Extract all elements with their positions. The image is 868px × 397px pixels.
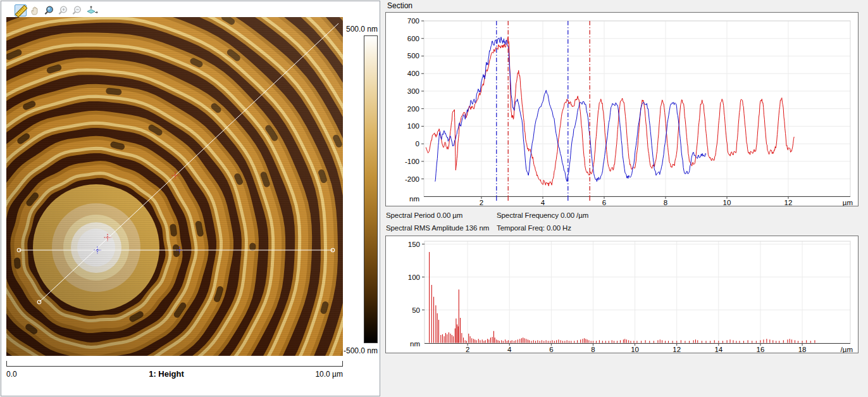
image-axis-right-label: 10.0 µm <box>254 370 343 379</box>
magnifier-minus-icon <box>71 5 83 17</box>
svg-text:700: 700 <box>407 17 419 25</box>
profile-x-unit: µm <box>843 199 853 206</box>
svg-text:18: 18 <box>798 346 807 353</box>
magnifier-icon <box>43 5 55 17</box>
svg-text:100: 100 <box>407 122 419 130</box>
profile-y-unit: nm <box>409 195 419 203</box>
section-lines-overlay <box>6 17 343 356</box>
svg-text:10: 10 <box>723 199 731 206</box>
diagonal-section-line-cursor-0[interactable] <box>104 234 111 241</box>
spectral-rms-stat: Spectral RMS Amplitude 136 nm <box>386 224 489 232</box>
svg-text:500: 500 <box>407 52 419 60</box>
svg-text:50: 50 <box>412 306 420 314</box>
spectral-frequency-stat: Spectral Frequency 0.00 /µm <box>497 211 588 219</box>
diagonal-section-line[interactable] <box>39 23 338 302</box>
zoom-in-tool-button[interactable] <box>56 4 68 16</box>
nanoscope-section-view: 500.0 nm -500.0 nm 0.0 1: Height 10.0 µm… <box>0 0 868 397</box>
ruler-icon <box>15 5 27 17</box>
colorbar-max-label: 500.0 nm <box>289 25 378 34</box>
spectrum-x-unit: /µm <box>841 346 853 353</box>
svg-text:100: 100 <box>408 274 420 281</box>
svg-text:0: 0 <box>416 140 419 148</box>
profile-chart-box: 7006005004003002001000-100-20024681012nm… <box>385 12 859 206</box>
zoom-out-tool-button[interactable] <box>70 4 82 16</box>
svg-text:4: 4 <box>507 346 512 353</box>
magnifier-plus-icon <box>57 5 69 17</box>
svg-text:8: 8 <box>664 199 667 206</box>
svg-text:600: 600 <box>407 35 419 42</box>
svg-text:14: 14 <box>714 346 722 353</box>
colorbar-min-label: -500.0 nm <box>289 346 378 355</box>
spectral-period-stat: Spectral Period 0.00 µm <box>386 211 462 219</box>
offset-icon <box>85 5 99 17</box>
spectrum-y-unit: nm <box>410 340 420 348</box>
profile-chart[interactable]: 7006005004003002001000-100-20024681012nm… <box>386 13 858 206</box>
offset-tool-button[interactable] <box>84 4 98 16</box>
svg-text:12: 12 <box>673 346 681 353</box>
svg-text:6: 6 <box>602 199 606 206</box>
height-colorbar <box>364 35 378 343</box>
svg-text:2: 2 <box>466 346 469 353</box>
svg-text:8: 8 <box>591 346 595 353</box>
image-panel: 500.0 nm -500.0 nm 0.0 1: Height 10.0 µm <box>1 1 380 396</box>
zoom-tool-button[interactable] <box>42 4 54 16</box>
svg-text:-200: -200 <box>405 175 419 183</box>
pan-tool-button[interactable] <box>28 4 40 16</box>
svg-text:6: 6 <box>549 346 553 353</box>
spectrum-chart[interactable]: 1501005024681012141618nm/µm <box>386 236 858 353</box>
hand-icon <box>29 5 41 17</box>
svg-text:-100: -100 <box>405 158 419 165</box>
svg-text:200: 200 <box>407 105 419 113</box>
svg-text:10: 10 <box>631 346 639 353</box>
svg-text:16: 16 <box>757 346 765 353</box>
svg-text:400: 400 <box>407 70 419 77</box>
afm-height-image[interactable] <box>6 17 343 356</box>
section-panel-title: Section <box>387 1 412 10</box>
temporal-freq-stat: Temporal Freq: 0.00 Hz <box>497 224 571 232</box>
line-tool-button[interactable] <box>15 4 27 16</box>
image-extent-bracket <box>6 361 343 367</box>
svg-text:4: 4 <box>541 199 545 206</box>
svg-text:2: 2 <box>480 199 483 206</box>
svg-text:12: 12 <box>784 199 793 206</box>
spectrum-chart-box: 1501005024681012141618nm/µm <box>385 236 859 353</box>
svg-text:150: 150 <box>408 241 420 248</box>
svg-text:300: 300 <box>407 87 419 95</box>
